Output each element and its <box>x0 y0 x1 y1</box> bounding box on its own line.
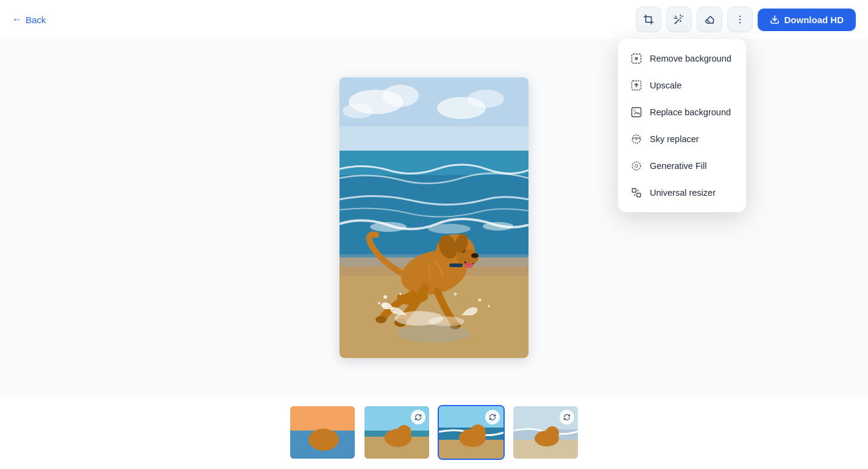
download-icon <box>770 15 780 24</box>
svg-point-47 <box>488 305 490 307</box>
more-dots-icon <box>735 14 745 25</box>
crop-tool-button[interactable] <box>636 7 661 32</box>
replace-bg-icon <box>630 106 642 118</box>
menu-label-generative-fill: Generative Fill <box>650 161 706 171</box>
svg-rect-22 <box>340 151 528 175</box>
svg-point-46 <box>478 298 482 301</box>
thumb3-action-icon[interactable] <box>485 410 500 424</box>
sky-replacer-icon <box>630 133 642 145</box>
svg-rect-38 <box>449 263 463 267</box>
svg-point-44 <box>383 295 387 299</box>
svg-point-10 <box>632 162 641 170</box>
menu-item-replace-bg[interactable]: Replace background <box>618 99 746 126</box>
download-label: Download HD <box>784 15 844 25</box>
universal-resizer-icon <box>630 187 642 199</box>
dropdown-menu: Remove background Upscale Replace backgr… <box>618 39 746 212</box>
svg-point-25 <box>483 222 513 231</box>
svg-point-32 <box>471 253 478 258</box>
download-hd-button[interactable]: Download HD <box>758 9 856 31</box>
main-scene-svg <box>340 77 528 358</box>
menu-label-remove-bg: Remove background <box>650 54 731 63</box>
menu-label-universal-resizer: Universal resizer <box>650 188 716 198</box>
svg-point-9 <box>636 138 638 140</box>
generative-fill-icon <box>630 160 642 172</box>
svg-point-19 <box>468 90 504 108</box>
menu-item-upscale[interactable]: Upscale <box>618 72 746 99</box>
back-label: Back <box>26 15 46 25</box>
thumbnail-1[interactable] <box>289 405 356 460</box>
svg-point-65 <box>470 424 486 440</box>
thumbnail-3[interactable] <box>438 405 505 460</box>
svg-point-1 <box>739 19 740 20</box>
remove-bg-icon <box>630 52 642 65</box>
magic-wand-icon <box>674 14 685 25</box>
menu-item-remove-bg[interactable]: Remove background <box>618 45 746 72</box>
svg-point-70 <box>546 426 559 440</box>
menu-item-universal-resizer[interactable]: Universal resizer <box>618 179 746 206</box>
svg-point-23 <box>370 222 407 232</box>
svg-point-7 <box>634 110 636 112</box>
magic-tool-button[interactable] <box>666 7 692 32</box>
svg-point-11 <box>635 165 638 168</box>
svg-point-60 <box>397 425 411 440</box>
more-options-button[interactable] <box>727 7 753 32</box>
svg-point-24 <box>428 224 471 234</box>
thumb1-image <box>290 406 356 460</box>
thumbnail-strip <box>0 396 868 469</box>
menu-label-replace-bg: Replace background <box>650 107 731 117</box>
svg-point-2 <box>739 22 740 23</box>
thumbnail-2[interactable] <box>363 405 430 460</box>
toolbar-right: Download HD <box>636 7 856 32</box>
svg-point-50 <box>397 324 471 343</box>
menu-item-sky-replacer[interactable]: Sky replacer <box>618 126 746 152</box>
eraser-tool-button[interactable] <box>697 7 722 32</box>
crop-icon <box>643 14 654 25</box>
header: ← Back <box>0 0 868 39</box>
main-image <box>340 77 528 358</box>
svg-rect-12 <box>632 188 636 192</box>
svg-point-48 <box>399 293 402 295</box>
eraser-icon <box>704 14 715 25</box>
svg-point-49 <box>454 292 457 295</box>
svg-point-20 <box>343 104 373 118</box>
svg-point-0 <box>739 16 740 17</box>
menu-label-sky-replacer: Sky replacer <box>650 134 699 144</box>
svg-point-45 <box>378 302 380 304</box>
back-button[interactable]: ← Back <box>12 14 46 25</box>
menu-item-generative-fill[interactable]: Generative Fill <box>618 152 746 179</box>
svg-point-54 <box>308 429 339 451</box>
back-arrow-icon: ← <box>12 14 22 25</box>
svg-point-41 <box>375 316 386 323</box>
upscale-icon <box>630 79 642 91</box>
svg-point-37 <box>464 262 473 268</box>
thumb2-action-icon[interactable] <box>411 410 425 424</box>
thumb4-action-icon[interactable] <box>560 410 574 424</box>
menu-label-upscale: Upscale <box>650 81 681 90</box>
svg-point-17 <box>382 85 419 107</box>
svg-rect-13 <box>637 193 641 197</box>
thumbnail-4[interactable] <box>512 405 579 460</box>
